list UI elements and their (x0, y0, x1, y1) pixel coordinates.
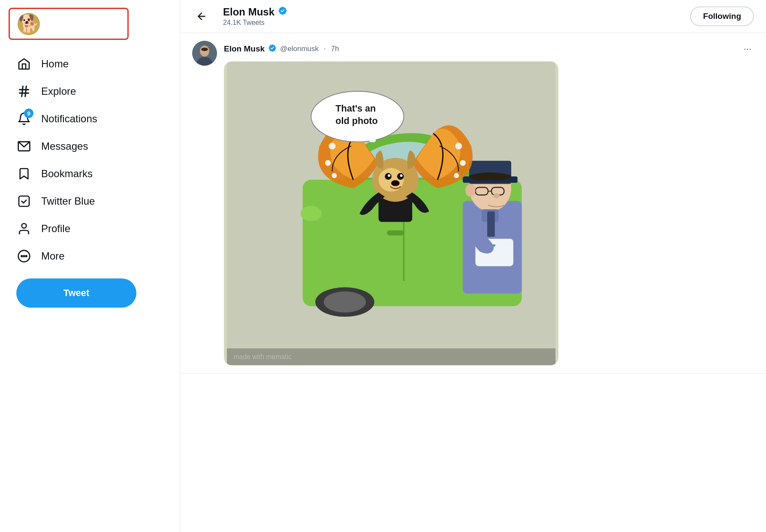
sidebar-item-label-notifications: Notifications (41, 113, 97, 125)
envelope-icon (16, 139, 32, 154)
svg-point-39 (332, 173, 337, 178)
svg-point-16 (201, 48, 208, 51)
svg-rect-20 (387, 230, 404, 236)
svg-point-45 (379, 168, 404, 192)
following-button[interactable]: Following (690, 6, 754, 26)
sidebar-item-bookmarks[interactable]: Bookmarks (9, 161, 171, 187)
profile-info: Elon Musk 24.1K Tweets (223, 6, 287, 27)
meme-image: That's an old photo made with mematic (224, 62, 558, 365)
svg-text:That's an: That's an (335, 103, 376, 114)
sidebar-item-notifications[interactable]: 9 Notifications (9, 106, 171, 132)
sidebar-item-label-bookmarks: Bookmarks (41, 168, 93, 180)
hashtag-icon (16, 84, 32, 99)
tweet-handle: @elonmusk (280, 45, 319, 53)
meme-svg: That's an old photo made with mematic (224, 62, 558, 365)
home-icon (16, 56, 32, 72)
svg-point-40 (455, 143, 462, 150)
sidebar-item-label-more: More (41, 250, 65, 262)
sidebar-item-home[interactable]: Home (9, 51, 171, 77)
twitter-blue-icon (16, 193, 32, 209)
svg-rect-5 (19, 196, 29, 206)
svg-point-22 (324, 291, 366, 312)
sidebar-nav: Home Explore 9 Not (9, 51, 171, 269)
verified-badge-icon (278, 6, 287, 18)
svg-point-41 (460, 160, 466, 166)
notifications-badge: 9 (24, 109, 33, 118)
sidebar-item-profile[interactable]: Profile (9, 216, 171, 242)
tweet-verified-icon (268, 44, 277, 54)
doge-logo: 🐕 (18, 13, 40, 35)
tweet-avatar[interactable] (192, 41, 217, 66)
tweet-time: 7h (331, 45, 339, 53)
dots-circle-icon (16, 248, 32, 264)
person-icon (16, 221, 32, 236)
profile-name-row: Elon Musk (223, 6, 287, 18)
tweet-image[interactable]: That's an old photo made with mematic (224, 61, 558, 366)
dot-separator: · (324, 45, 326, 53)
sidebar-item-label-messages: Messages (41, 140, 88, 152)
tweet-button[interactable]: Tweet (16, 278, 136, 308)
sidebar: 🐕 Home Explore (0, 0, 180, 532)
svg-point-6 (22, 224, 27, 228)
svg-point-9 (24, 256, 25, 257)
sidebar-item-label-twitter-blue: Twitter Blue (41, 195, 95, 207)
tweet-body: Elon Musk @elonmusk · 7h ··· (224, 41, 754, 366)
sidebar-item-messages[interactable]: Messages (9, 133, 171, 159)
main-content: Elon Musk 24.1K Tweets Following (180, 0, 766, 532)
sidebar-item-explore[interactable]: Explore (9, 79, 171, 104)
sidebar-item-label-explore: Explore (41, 85, 76, 97)
logo-container[interactable]: 🐕 (9, 8, 129, 40)
svg-rect-36 (487, 212, 495, 237)
sidebar-item-more[interactable]: More (9, 243, 171, 269)
tweet-author-row: Elon Musk @elonmusk · 7h (224, 44, 339, 54)
profile-header-left: Elon Musk 24.1K Tweets (192, 6, 287, 27)
svg-point-38 (325, 160, 331, 166)
svg-point-31 (493, 193, 500, 198)
svg-point-48 (388, 174, 390, 177)
svg-point-42 (454, 173, 459, 178)
tweet-container: Elon Musk @elonmusk · 7h ··· (180, 33, 766, 374)
sidebar-item-label-home: Home (41, 58, 69, 70)
svg-point-32 (465, 184, 476, 196)
svg-line-2 (22, 86, 23, 97)
svg-point-10 (26, 256, 27, 257)
profile-header: Elon Musk 24.1K Tweets Following (180, 0, 766, 33)
svg-point-37 (329, 143, 336, 150)
svg-point-50 (391, 180, 400, 186)
svg-text:old photo: old photo (335, 115, 377, 126)
svg-rect-55 (227, 348, 555, 365)
svg-line-3 (25, 86, 27, 97)
svg-point-23 (301, 206, 322, 221)
svg-point-49 (400, 174, 403, 177)
tweet-more-button[interactable]: ··· (741, 41, 754, 57)
svg-point-8 (21, 256, 22, 257)
sidebar-item-label-profile: Profile (41, 223, 70, 235)
tweet-author-name: Elon Musk (224, 44, 265, 54)
tweet-header: Elon Musk @elonmusk · 7h ··· (224, 41, 754, 57)
profile-name: Elon Musk (223, 6, 274, 18)
bell-icon: 9 (16, 111, 32, 127)
tweet-count: 24.1K Tweets (223, 19, 287, 27)
back-button[interactable] (192, 7, 211, 26)
sidebar-item-twitter-blue[interactable]: Twitter Blue (9, 188, 171, 214)
bookmark-icon (16, 166, 32, 181)
